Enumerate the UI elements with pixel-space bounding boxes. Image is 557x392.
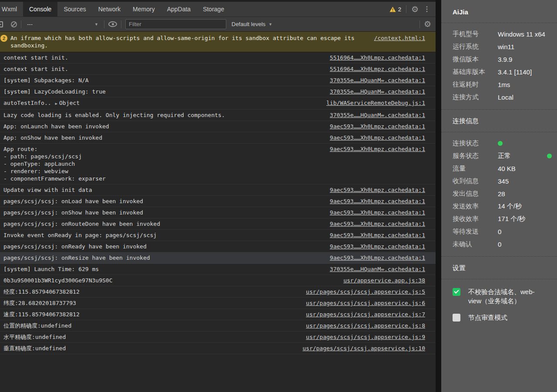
device-info-label: 运行系统 (453, 43, 498, 51)
console-row: 水平精确度:undefinedusr/pages/scsj/scsj.appse… (0, 332, 436, 343)
source-link[interactable]: 9aec593……Xh0Lmpz.cachedata:1 (330, 231, 425, 239)
source-link[interactable]: 9aec593……Xh0Lmpz.cachedata:1 (330, 209, 425, 216)
checkbox-checked[interactable] (453, 288, 460, 296)
tab-console[interactable]: Console (23, 2, 57, 17)
log-message: pages/scsj/scsj: onResize have been invo… (3, 254, 323, 261)
console-row: pages/scsj/scsj: onLoad have been invoke… (0, 196, 436, 207)
source-link[interactable]: 9aec593……Xh0Lmpz.cachedata:1 (330, 134, 425, 141)
log-message: pages/scsj/scsj: onRouteDone have been i… (3, 220, 323, 228)
source-link[interactable]: 9aec593……Xh0Lmpz.cachedata:1 (330, 123, 425, 130)
warning-count-label: 2 (398, 6, 401, 13)
device-info-row: 往返耗时1ms (453, 78, 553, 91)
tab-sources[interactable]: Sources (57, 2, 92, 17)
device-info-row: 运行系统win11 (453, 40, 553, 53)
connection-info-value: 171 个/秒 (498, 215, 525, 223)
log-message: Lazy code loading is enabled. Only injec… (3, 111, 323, 119)
more-options-kebab-icon[interactable]: ⋮ (423, 6, 430, 13)
source-link[interactable]: usr/pages/scsj/scsj.appservice.js:10 (302, 345, 425, 352)
source-link[interactable]: 9aec593……Xh0Lmpz.cachedata:1 (330, 186, 425, 194)
console-row: 经度:115.85794067382812usr/pages/scsj/scsj… (0, 286, 436, 298)
source-link[interactable]: usr/pages/scsj/scsj.appservice.js:5 (306, 288, 425, 295)
console-sidebar-toggle-icon[interactable]: ▶ (0, 21, 3, 27)
log-message: 经度:115.85794067382812 (3, 288, 299, 295)
console-row: 纬度:28.68202018737793usr/pages/scsj/scsj.… (0, 298, 436, 309)
console-toolbar: ▶ --- ▼ Default levels ▼ ⚙ (0, 17, 436, 32)
log-message: 位置的精确度:undefined (3, 322, 299, 329)
debug-info-sidebar: AiJia 手机型号Windows 11 x64运行系统win11微信版本3.9… (441, 0, 557, 392)
checkbox-unchecked[interactable] (453, 314, 460, 322)
status-dot (498, 141, 503, 146)
device-info-label: 往返耗时 (453, 80, 498, 89)
source-link[interactable]: lib/WAServiceRemoteDebug.js:1 (326, 99, 425, 107)
source-link[interactable]: usr/pages/scsj/scsj.appservice.js:8 (306, 322, 425, 329)
warning-icon (389, 7, 396, 12)
device-info-label: 基础库版本 (453, 68, 498, 76)
filter-input[interactable] (125, 19, 226, 29)
console-row: Update view with init data9aec593……Xh0Lm… (0, 184, 436, 196)
source-link[interactable]: 9aec593……Xh0Lmpz.cachedata:1 (330, 145, 425, 153)
live-expression-eye-icon[interactable] (108, 21, 117, 27)
connection-info-row: 流量40 KB (453, 162, 553, 175)
connection-info-row: 发出信息28 (453, 188, 553, 200)
tabbar-right-controls: 2 ⚙ ⋮ (389, 2, 436, 17)
devtools-settings-gear-icon[interactable]: ⚙ (411, 5, 419, 13)
device-info-label: 微信版本 (453, 55, 498, 64)
device-info-label: 手机型号 (453, 30, 498, 38)
device-info-value: 1ms (498, 81, 510, 88)
source-link[interactable]: 5516964……Xh0Lmpz.cachedata:1 (330, 54, 425, 61)
console-row: context start init.5516964……Xh0Lmpz.cach… (0, 64, 436, 75)
connection-info-row: 服务状态正常 (453, 150, 553, 162)
console-row: 位置的精确度:undefinedusr/pages/scsj/scsj.apps… (0, 320, 436, 332)
log-message: Update view with init data (3, 186, 323, 194)
source-link[interactable]: 9aec593……Xh0Lmpz.cachedata:1 (330, 243, 425, 250)
tab-wxml[interactable]: Wxml (0, 2, 23, 17)
tab-storage[interactable]: Storage (197, 2, 230, 17)
source-link[interactable]: /context.html:1 (374, 34, 425, 42)
connection-info-label: 收到信息 (453, 177, 498, 185)
connection-info-row: 接收效率171 个/秒 (453, 213, 553, 225)
object-preview[interactable]: Object (59, 100, 80, 106)
log-message: autoTestInfo..▶Object (3, 99, 319, 107)
source-link[interactable]: 9aec593……Xh0Lmpz.cachedata:1 (330, 220, 425, 228)
console-row: 速度:115.85794067382812usr/pages/scsj/scsj… (0, 309, 436, 320)
device-info-row: 微信版本3.9.9 (453, 53, 553, 66)
clear-console-icon[interactable] (11, 21, 17, 27)
connection-info-row: 等待发送0 (453, 225, 553, 238)
log-message: [system] Subpackages: N/A (3, 77, 323, 84)
source-link[interactable]: 370355e……HQuanM=.cachedata:1 (330, 88, 425, 95)
source-link[interactable]: usr/pages/scsj/scsj.appservice.js:6 (306, 299, 425, 307)
console-log: 2 An iframe which has both allow-scripts… (0, 32, 436, 392)
source-link[interactable]: 9aec593……Xh0Lmpz.cachedata:1 (330, 254, 425, 261)
tab-appdata[interactable]: AppData (161, 2, 197, 17)
source-link[interactable]: 370355e……HQuanM=.cachedata:1 (330, 111, 425, 119)
warning-badge: 2 (0, 35, 7, 42)
log-message: 纬度:28.68202018737793 (3, 299, 299, 307)
source-link[interactable]: 9aec593……Xh0Lmpz.cachedata:1 (330, 198, 425, 205)
console-row: App route: - path: pages/scsj/scsj - ope… (0, 144, 436, 184)
console-warning-count[interactable]: 2 (389, 6, 401, 13)
connection-info-label: 发送效率 (453, 202, 498, 211)
log-message: context start init. (3, 54, 323, 61)
source-link[interactable]: 370355e……HQuanM=.cachedata:1 (330, 265, 425, 273)
connection-info-label: 未确认 (453, 240, 498, 248)
tab-network[interactable]: Network (92, 2, 127, 17)
source-link[interactable]: 5516964……Xh0Lmpz.cachedata:1 (330, 65, 425, 73)
connection-info-row: 发送效率14 个/秒 (453, 200, 553, 213)
source-link[interactable]: usr/pages/scsj/scsj.appservice.js:9 (306, 333, 425, 341)
source-link[interactable]: usr/pages/scsj/scsj.appservice.js:7 (306, 311, 425, 318)
console-settings-gear-icon[interactable]: ⚙ (424, 20, 431, 28)
tab-memory[interactable]: Memory (127, 2, 161, 17)
expand-object-icon[interactable]: ▶ (51, 101, 59, 106)
device-info-row: 手机型号Windows 11 x64 (453, 28, 553, 40)
source-link[interactable]: 370355e……HQuanM=.cachedata:1 (330, 77, 425, 84)
panel-divider[interactable] (436, 0, 441, 392)
console-row: [system] Launch Time: 629 ms370355e……HQu… (0, 264, 436, 275)
log-message-text: autoTestInfo.. (3, 100, 51, 106)
source-link[interactable]: usr/appservice.app.js:38 (343, 277, 425, 284)
execution-context-selector[interactable]: --- ▼ (25, 21, 100, 27)
log-message: pages/scsj/scsj: onLoad have been invoke… (3, 198, 323, 205)
connection-info-label: 接收效率 (453, 215, 498, 223)
log-levels-dropdown[interactable]: Default levels ▼ (232, 21, 272, 27)
console-warning-row: 2 An iframe which has both allow-scripts… (0, 32, 436, 52)
separator (21, 20, 21, 28)
